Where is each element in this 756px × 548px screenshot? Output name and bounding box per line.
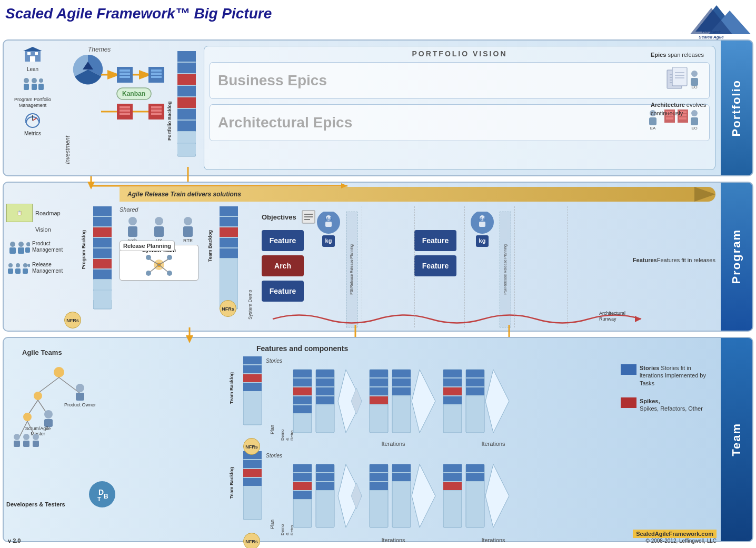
svg-rect-111 xyxy=(93,280,112,290)
svg-rect-304 xyxy=(443,464,462,472)
svg-rect-265 xyxy=(466,370,484,377)
svg-point-121 xyxy=(128,217,137,225)
svg-rect-13 xyxy=(32,84,37,90)
svg-marker-271 xyxy=(485,370,509,433)
program-section: Program Agile Release Train delivers sol… xyxy=(3,182,753,332)
epics-annotation-bold: Epics xyxy=(651,52,666,58)
svg-rect-7 xyxy=(35,52,38,55)
svg-point-138 xyxy=(146,271,151,276)
svg-marker-171 xyxy=(635,316,641,322)
svg-point-194 xyxy=(33,434,39,440)
svg-rect-15 xyxy=(38,84,44,90)
objectives-label: Objectives xyxy=(262,213,296,221)
svg-rect-34 xyxy=(151,69,162,72)
release-planning-area: Release Planning System Team xyxy=(120,241,198,281)
svg-marker-254 xyxy=(412,370,435,433)
svg-rect-293 xyxy=(370,482,388,490)
svg-rect-35 xyxy=(151,73,162,75)
svg-text:D: D xyxy=(98,488,104,496)
svg-rect-282 xyxy=(316,464,334,472)
svg-rect-51 xyxy=(177,132,196,143)
feature-boxes-right: Feature Feature xyxy=(414,230,456,276)
arch-annotation-bold: Architecture xyxy=(651,102,685,108)
svg-rect-250 xyxy=(392,387,411,395)
svg-rect-276 xyxy=(293,491,312,499)
svg-rect-6 xyxy=(27,52,31,55)
svg-rect-202 xyxy=(243,365,262,373)
svg-rect-283 xyxy=(316,473,334,481)
arch-runway-area: Architectural Runway xyxy=(256,308,658,326)
svg-marker-321 xyxy=(186,335,193,343)
svg-rect-217 xyxy=(293,370,312,377)
svg-rect-266 xyxy=(466,378,484,386)
nfrs-badge-program: NFRs xyxy=(64,312,81,328)
svg-point-137 xyxy=(167,255,172,260)
svg-rect-157 xyxy=(325,222,332,227)
svg-rect-256 xyxy=(443,370,462,377)
svg-rect-26 xyxy=(120,76,130,78)
svg-rect-91 xyxy=(9,247,16,254)
system-demo-label: System Demo xyxy=(243,225,256,320)
team-backlog-1-label: Team Backlog xyxy=(229,372,234,404)
svg-rect-93 xyxy=(18,247,24,254)
nfrs-label-program: NFRs xyxy=(64,312,81,328)
svg-rect-210 xyxy=(243,460,262,468)
business-epics-row: Business Epics EO xyxy=(210,62,710,99)
legend-area: Stories Stories fit in iterations Implem… xyxy=(621,364,715,416)
agile-teams-label: Agile Teams xyxy=(22,348,127,356)
svg-rect-298 xyxy=(392,464,411,472)
svg-rect-30 xyxy=(120,113,130,115)
svg-point-102 xyxy=(27,264,30,267)
portfolio-vision-title: PORTFOLIO VISION xyxy=(204,46,715,60)
svg-rect-258 xyxy=(443,387,462,395)
svg-rect-311 xyxy=(466,464,484,472)
iterations-label-2: Iterations xyxy=(462,441,525,447)
program-backlog: Program Backlog xyxy=(85,204,114,320)
stories-label-2: Stories xyxy=(266,453,282,459)
logo: Scaled Agile Framework xyxy=(669,3,753,39)
program-backlog-label: Program Backlog xyxy=(81,230,86,270)
svg-rect-143 xyxy=(220,227,238,237)
svg-text:kg: kg xyxy=(325,237,332,244)
demo-retro-label-1: Demo & Retro xyxy=(280,427,294,441)
nfrs-badge-team-2: NFRs xyxy=(243,533,260,548)
team-section: Team Agile Teams Product Owner xyxy=(3,337,753,542)
svg-rect-165 xyxy=(479,222,485,227)
dbt-icon: D B T xyxy=(88,480,117,511)
legend-stories: Stories Stories fit in iterations Implem… xyxy=(621,364,715,387)
lean-label: Lean xyxy=(6,66,59,72)
svg-rect-28 xyxy=(120,106,130,108)
svg-marker-89 xyxy=(694,187,715,202)
svg-rect-242 xyxy=(370,396,388,404)
svg-rect-45 xyxy=(177,63,196,73)
feature-box-3: Feature xyxy=(414,230,456,251)
svg-rect-145 xyxy=(220,248,238,258)
svg-text:Product Owner: Product Owner xyxy=(64,402,96,407)
portfolio-backlog-label: Portfolio Backlog xyxy=(167,72,172,141)
svg-rect-291 xyxy=(370,464,388,472)
svg-point-183 xyxy=(44,410,53,419)
svg-rect-249 xyxy=(392,378,411,386)
svg-rect-229 xyxy=(316,378,334,386)
svg-point-127 xyxy=(184,217,192,225)
dev-testers-label: Developers & Testers xyxy=(6,501,65,507)
stories-swatch xyxy=(621,364,636,375)
svg-rect-108 xyxy=(93,248,112,258)
team-backlog-2-label: Team Backlog xyxy=(229,467,234,499)
metrics-label: Metrics xyxy=(6,131,59,136)
svg-text:Scrum/Agile: Scrum/Agile xyxy=(25,426,51,431)
nfrs-badge-team-backlog: NFRs xyxy=(220,300,236,317)
svg-rect-74 xyxy=(649,117,656,125)
portfolio-label: Portfolio xyxy=(721,41,752,175)
svg-rect-221 xyxy=(293,405,312,413)
portfolio-vision-area: PORTFOLIO VISION Business Epics xyxy=(204,46,715,170)
lean-icon-group: Lean xyxy=(6,46,59,72)
investment-label: Investment xyxy=(64,136,71,164)
svg-text:Framework: Framework xyxy=(702,30,721,34)
psi-label-right: PSI/Release Release Planning xyxy=(503,244,508,295)
dashed-line-2 xyxy=(414,206,415,327)
svg-rect-110 xyxy=(93,270,112,279)
svg-text:kg: kg xyxy=(479,237,486,244)
copyright-text: © 2008-2012, Leffingwell, LLC xyxy=(633,538,717,544)
svg-rect-101 xyxy=(23,268,28,274)
